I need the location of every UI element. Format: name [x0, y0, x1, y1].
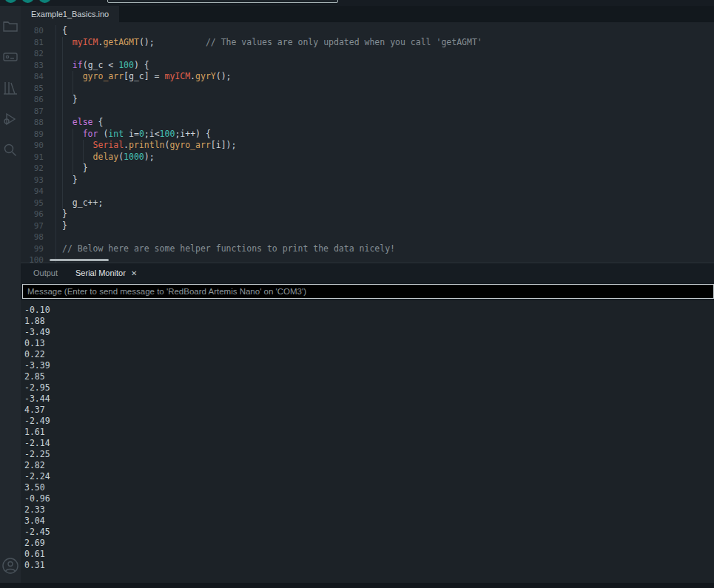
line-number: 95 [21, 197, 56, 209]
bottom-panel: Output Serial Monitor ✕ -0.101.88-3.490.… [21, 263, 714, 583]
indent-guide [62, 129, 73, 141]
indent-guide [62, 71, 73, 83]
line-number: 96 [21, 209, 56, 220]
tab-example1-basics[interactable]: Example1_Basics.ino [21, 6, 119, 22]
serial-output-line: -0.96 [24, 493, 714, 504]
editor-tab-bar: Example1_Basics.ino [21, 6, 714, 22]
serial-output-line: 0.13 [24, 338, 714, 349]
verify-button[interactable] [4, 0, 17, 3]
line-number: 81 [21, 37, 56, 49]
code-line: 99// Below here are some helper function… [21, 243, 714, 255]
code-line: 95g_c++; [21, 197, 714, 209]
indent-guide [73, 163, 83, 175]
code-line: 96} [21, 209, 714, 220]
indent-guide [83, 152, 93, 163]
serial-output-line: 2.82 [24, 460, 714, 471]
line-number: 88 [21, 117, 56, 129]
code-line: 82 [21, 48, 714, 60]
indent-guide [73, 83, 83, 95]
indent-guide [83, 140, 93, 152]
serial-output-line: -2.25 [24, 449, 714, 460]
indent-guide [62, 37, 73, 49]
indent-guide [62, 152, 73, 163]
serial-output-line: -3.39 [24, 360, 714, 371]
serial-message-input[interactable] [22, 284, 714, 299]
serial-output-line: -2.14 [24, 438, 714, 449]
indent-guide [62, 83, 73, 95]
boards-manager-icon[interactable] [0, 46, 21, 68]
indent-guide [62, 197, 73, 209]
debug-icon[interactable] [0, 108, 21, 130]
tab-label: Example1_Basics.ino [31, 10, 109, 18]
serial-output-line: -2.24 [24, 471, 714, 482]
library-manager-icon[interactable] [0, 77, 21, 99]
line-number: 89 [21, 129, 56, 141]
code-line: 94 [21, 186, 714, 197]
serial-output-line: 2.69 [24, 538, 714, 549]
serial-output-line: 2.85 [24, 371, 714, 382]
debug-button[interactable] [38, 0, 51, 3]
line-number: 93 [21, 175, 56, 186]
line-number: 86 [21, 94, 56, 106]
upload-button[interactable] [21, 0, 34, 3]
activity-sidebar [0, 6, 21, 583]
indent-guide [62, 94, 73, 106]
serial-output-line: -0.10 [24, 305, 714, 316]
serial-output-line: 3.50 [24, 482, 714, 493]
tab-output[interactable]: Output [24, 263, 67, 283]
serial-output-line: 0.22 [24, 349, 714, 360]
close-icon[interactable]: ✕ [131, 269, 137, 277]
line-number: 87 [21, 106, 56, 118]
line-number: 83 [21, 60, 56, 72]
code-line: 92} [21, 163, 714, 175]
code-line: 88else { [21, 117, 714, 129]
serial-output-line: -2.45 [24, 527, 714, 538]
serial-output-line: 1.88 [24, 316, 714, 327]
indent-guide [73, 71, 83, 83]
line-number: 92 [21, 163, 56, 175]
serial-output-line: -2.95 [24, 382, 714, 393]
code-line: 98 [21, 232, 714, 243]
code-line: 80{ [21, 25, 714, 37]
line-number: 90 [21, 140, 56, 152]
serial-output-line: -2.49 [24, 416, 714, 427]
code-line: 85 [21, 83, 714, 95]
serial-output-line: 4.37 [24, 405, 714, 416]
serial-output-line: 3.04 [24, 516, 714, 527]
line-number: 97 [21, 220, 56, 232]
account-icon[interactable] [0, 555, 21, 577]
indent-guide [62, 163, 73, 175]
code-line: 100 [21, 254, 714, 263]
indent-guide [73, 129, 83, 141]
board-selector-dropdown[interactable] [107, 0, 338, 3]
panel-tab-bar: Output Serial Monitor ✕ [21, 263, 714, 283]
search-icon[interactable] [0, 139, 21, 161]
indent-guide [73, 140, 83, 152]
serial-output-line: 1.61 [24, 427, 714, 438]
code-line: 87 [21, 106, 714, 118]
serial-output-line: -3.44 [24, 393, 714, 405]
status-bar [0, 583, 714, 588]
line-number: 82 [21, 48, 56, 60]
code-editor[interactable]: 80{81myICM.getAGMT(); // The values are … [21, 22, 714, 263]
tab-serial-monitor[interactable]: Serial Monitor ✕ [67, 263, 146, 283]
serial-output-line: -3.49 [24, 327, 714, 338]
top-toolbar [0, 0, 714, 6]
line-number: 85 [21, 83, 56, 95]
sketchbook-folder-icon[interactable] [0, 15, 21, 37]
serial-output: -0.101.88-3.490.130.22-3.392.85-2.95-3.4… [21, 300, 714, 583]
indent-guide [62, 175, 73, 186]
code-line: 81myICM.getAGMT(); // The values are onl… [21, 37, 714, 49]
line-number: 94 [21, 186, 56, 197]
serial-output-line: 2.33 [24, 504, 714, 516]
horizontal-scrollbar[interactable] [50, 259, 109, 261]
indent-guide [62, 117, 73, 129]
indent-guide [62, 48, 73, 60]
line-number: 84 [21, 71, 56, 83]
indent-guide [62, 140, 73, 152]
line-number: 91 [21, 152, 56, 163]
code-line: 93} [21, 175, 714, 186]
indent-guide [62, 186, 73, 197]
message-row [21, 283, 714, 300]
line-number: 98 [21, 232, 56, 243]
